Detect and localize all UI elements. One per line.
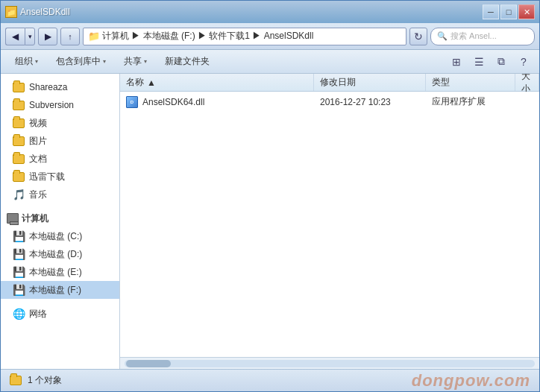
window: 📁 AnselSDKdll ─ □ ✕ ◀ ▾ ▶ ↑ 📁 计算机 ▶ 本地磁盘… bbox=[0, 0, 540, 392]
col-header-date[interactable]: 修改日期 bbox=[314, 74, 426, 91]
file-name: AnselSDK64.dll bbox=[142, 97, 204, 107]
sidebar-item-network[interactable]: 🌐 网络 bbox=[1, 305, 119, 323]
share-chevron: ▾ bbox=[144, 58, 147, 65]
watermark: dongpow.com bbox=[412, 371, 530, 391]
computer-header: 计算机 bbox=[1, 209, 119, 227]
main-area: Shareaza Subversion 视频 图片 bbox=[1, 74, 539, 369]
back-dropdown[interactable]: ▾ bbox=[25, 28, 35, 45]
title-bar-left: 📁 AnselSDKdll bbox=[5, 6, 70, 18]
new-folder-button[interactable]: 新建文件夹 bbox=[157, 52, 218, 72]
back-button[interactable]: ◀ bbox=[5, 28, 25, 45]
h-scrollbar-thumb[interactable] bbox=[126, 360, 171, 367]
view-thumbnails-button[interactable]: ⊞ bbox=[447, 52, 466, 72]
sidebar-item-label: 图片 bbox=[29, 135, 47, 148]
title-bar: 📁 AnselSDKdll ─ □ ✕ bbox=[1, 1, 539, 23]
share-label: 共享 bbox=[124, 55, 142, 68]
folder-icon bbox=[13, 99, 25, 111]
col-header-name[interactable]: 名称 ▲ bbox=[120, 74, 314, 91]
close-button[interactable]: ✕ bbox=[518, 4, 535, 19]
sidebar-item-drive-f[interactable]: 💾 本地磁盘 (F:) bbox=[1, 281, 119, 299]
folder-icon bbox=[13, 81, 25, 93]
path-icon: 📁 bbox=[88, 31, 100, 42]
minimize-button[interactable]: ─ bbox=[483, 4, 499, 19]
sidebar-item-drive-e[interactable]: 💾 本地磁盘 (E:) bbox=[1, 263, 119, 281]
folder-icon bbox=[13, 171, 25, 183]
sidebar-item-drive-c[interactable]: 💾 本地磁盘 (C:) bbox=[1, 227, 119, 245]
organize-label: 组织 bbox=[15, 55, 33, 68]
col-type-label: 类型 bbox=[432, 76, 450, 89]
drive-icon: 💾 bbox=[13, 230, 25, 242]
status-folder-icon bbox=[10, 376, 22, 385]
computer-label: 计算机 bbox=[22, 212, 48, 225]
window-title: AnselSDKdll bbox=[20, 7, 70, 17]
search-placeholder: 搜索 Ansel... bbox=[450, 31, 497, 42]
organize-button[interactable]: 组织 ▾ bbox=[7, 52, 46, 72]
folder-icon bbox=[13, 135, 25, 147]
window-icon: 📁 bbox=[5, 6, 17, 18]
col-name-label: 名称 bbox=[126, 76, 144, 89]
drive-icon: 💾 bbox=[13, 266, 25, 278]
file-type: 应用程序扩展 bbox=[432, 96, 486, 107]
include-chevron: ▾ bbox=[103, 58, 106, 65]
file-list: D AnselSDK64.dll 2016-12-27 10:23 应用程序扩展 bbox=[120, 92, 539, 357]
sidebar-item-pictures[interactable]: 图片 bbox=[1, 132, 119, 150]
drive-label: 本地磁盘 (E:) bbox=[29, 266, 82, 279]
h-scrollbar-track bbox=[125, 360, 535, 367]
col-header-type[interactable]: 类型 bbox=[426, 74, 515, 91]
new-folder-label: 新建文件夹 bbox=[165, 55, 210, 68]
computer-section: 计算机 💾 本地磁盘 (C:) 💾 本地磁盘 (D:) 💾 本地磁盘 (E:) … bbox=[1, 209, 119, 299]
file-date-cell: 2016-12-27 10:23 bbox=[314, 97, 426, 107]
h-scrollbar[interactable] bbox=[120, 357, 539, 369]
file-name-cell: D AnselSDK64.dll bbox=[120, 96, 314, 108]
sidebar-item-drive-d[interactable]: 💾 本地磁盘 (D:) bbox=[1, 245, 119, 263]
sidebar-item-label: 文档 bbox=[29, 153, 47, 165]
drive-icon: 💾 bbox=[13, 248, 25, 260]
include-label: 包含到库中 bbox=[56, 55, 101, 68]
include-button[interactable]: 包含到库中 ▾ bbox=[48, 52, 114, 72]
sidebar-item-shareaza[interactable]: Shareaza bbox=[1, 78, 119, 96]
status-bar: 1 个对象 dongpow.com bbox=[1, 369, 539, 391]
file-date: 2016-12-27 10:23 bbox=[320, 97, 391, 107]
network-section: 🌐 网络 bbox=[1, 305, 119, 323]
organize-chevron: ▾ bbox=[35, 58, 38, 65]
drive-label: 本地磁盘 (C:) bbox=[29, 230, 82, 243]
sort-icon: ▲ bbox=[147, 78, 156, 88]
address-path[interactable]: 📁 计算机 ▶ 本地磁盘 (F:) ▶ 软件下载1 ▶ AnselSDKdll bbox=[83, 28, 406, 45]
forward-button[interactable]: ▶ bbox=[38, 28, 57, 45]
table-row[interactable]: D AnselSDK64.dll 2016-12-27 10:23 应用程序扩展 bbox=[120, 92, 539, 113]
maximize-button[interactable]: □ bbox=[500, 4, 517, 19]
search-box[interactable]: 🔍 搜索 Ansel... bbox=[430, 28, 535, 45]
network-icon: 🌐 bbox=[13, 308, 25, 320]
title-controls: ─ □ ✕ bbox=[483, 4, 535, 19]
drive-label: 本地磁盘 (F:) bbox=[29, 284, 81, 297]
col-header-size[interactable]: 大小 bbox=[515, 74, 539, 91]
up-button[interactable]: ↑ bbox=[60, 28, 80, 45]
sidebar-item-music[interactable]: 🎵 音乐 bbox=[1, 186, 119, 203]
toolbar: 组织 ▾ 包含到库中 ▾ 共享 ▾ 新建文件夹 ⊞ ☰ ⧉ ? bbox=[1, 50, 539, 74]
help-button[interactable]: ? bbox=[514, 52, 533, 72]
sidebar-item-subversion[interactable]: Subversion bbox=[1, 96, 119, 114]
view-details-button[interactable]: ⧉ bbox=[492, 52, 511, 72]
path-text: 计算机 ▶ 本地磁盘 (F:) ▶ 软件下载1 ▶ AnselSDKdll bbox=[102, 30, 313, 42]
music-icon: 🎵 bbox=[13, 189, 25, 200]
file-area: 名称 ▲ 修改日期 类型 大小 D AnselSDK64.dl bbox=[120, 74, 539, 369]
sidebar-item-video[interactable]: 视频 bbox=[1, 114, 119, 132]
address-bar: ◀ ▾ ▶ ↑ 📁 计算机 ▶ 本地磁盘 (F:) ▶ 软件下载1 ▶ Anse… bbox=[1, 23, 539, 50]
drive-icon: 💾 bbox=[13, 284, 25, 296]
sidebar: Shareaza Subversion 视频 图片 bbox=[1, 74, 120, 369]
refresh-button[interactable]: ↻ bbox=[409, 28, 427, 45]
sidebar-item-thunder[interactable]: 迅雷下载 bbox=[1, 168, 119, 186]
sidebar-item-label: 迅雷下载 bbox=[29, 171, 65, 183]
dll-icon: D bbox=[126, 96, 138, 108]
sidebar-item-label: Shareaza bbox=[29, 82, 67, 92]
folder-icon bbox=[13, 153, 25, 165]
nav-button-group: ◀ ▾ bbox=[5, 28, 35, 45]
drive-label: 本地磁盘 (D:) bbox=[29, 248, 82, 261]
sidebar-item-label: Subversion bbox=[29, 100, 74, 110]
folder-icon bbox=[13, 117, 25, 129]
file-type-cell: 应用程序扩展 bbox=[426, 95, 515, 108]
status-text: 1 个对象 bbox=[28, 374, 62, 387]
sidebar-item-documents[interactable]: 文档 bbox=[1, 150, 119, 168]
view-list-button[interactable]: ☰ bbox=[469, 52, 489, 72]
share-button[interactable]: 共享 ▾ bbox=[116, 52, 155, 72]
